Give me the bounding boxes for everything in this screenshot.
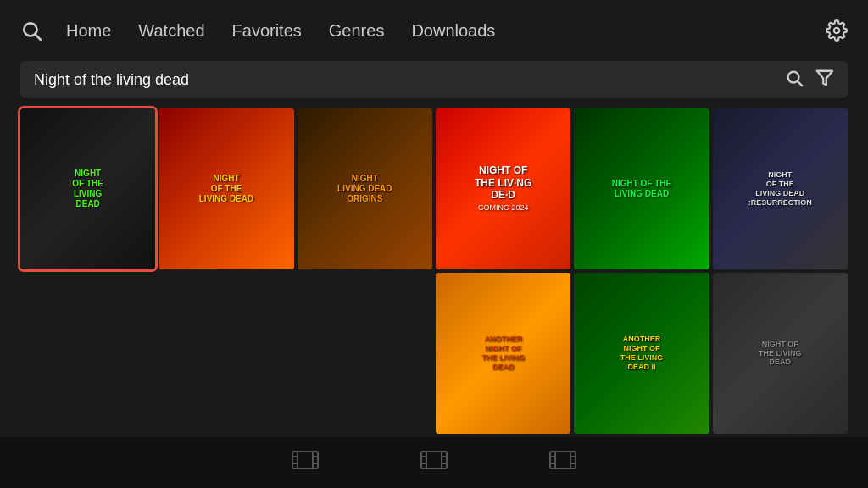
filter-icon[interactable] (815, 69, 834, 92)
movie-card-1[interactable]: NIGHTOF THELIVINGDEAD (20, 108, 155, 269)
poster-title-2: NIGHTOF THELIVING DEAD (196, 170, 257, 208)
nav-downloads[interactable]: Downloads (411, 21, 495, 41)
svg-rect-13 (421, 452, 447, 469)
film-icon-3[interactable] (549, 448, 576, 478)
nav-favorites[interactable]: Favorites (232, 21, 302, 41)
movie-card-5[interactable]: NIGHT OF THELIVING DEAD (574, 108, 709, 269)
bottom-bar (0, 437, 868, 488)
nav-links: Home Watched Favorites Genres Downloads (66, 21, 826, 41)
movie-card-empty-2 (159, 273, 293, 434)
movie-card-6[interactable]: NIGHTof theLIVING DEAD:RESURRECTION (713, 108, 848, 269)
film-icon-1[interactable] (292, 448, 319, 478)
search-bar (20, 61, 848, 98)
poster-title-4: NIGHT OFTHE LIV·NGDE·DCOMING 2024 (471, 161, 535, 217)
movie-card-7[interactable]: ANOTHERNIGHT OFTHE LIVINGDEAD (436, 273, 570, 434)
svg-line-4 (798, 81, 802, 86)
movie-card-4[interactable]: NIGHT OFTHE LIV·NGDE·DCOMING 2024 (436, 108, 570, 269)
svg-point-2 (834, 28, 840, 34)
search-submit-icon[interactable] (785, 69, 804, 92)
poster-title-7: ANOTHERNIGHT OFTHE LIVINGDEAD (478, 331, 528, 374)
svg-rect-20 (550, 452, 576, 469)
poster-title-9: NIGHT OFTHE LIVINGDEAD (755, 336, 805, 370)
search-bar-icons (785, 69, 834, 92)
movie-grid: NIGHTOF THELIVINGDEAD NIGHTOF THELIVING … (0, 108, 868, 434)
movie-card-3[interactable]: NightLiving DeadOrigins (298, 108, 432, 269)
top-navigation: Home Watched Favorites Genres Downloads (0, 0, 868, 61)
search-icon[interactable] (20, 19, 42, 42)
poster-title-6: NIGHTof theLIVING DEAD:RESURRECTION (745, 167, 815, 210)
movie-card-empty-3 (298, 273, 432, 434)
movie-card-9[interactable]: NIGHT OFTHE LIVINGDEAD (713, 273, 848, 434)
search-input[interactable] (34, 71, 785, 89)
poster-title-8: ANOTHERNIGHT OFTHE LIVINGDEAD II (617, 331, 667, 374)
nav-home[interactable]: Home (66, 21, 111, 41)
nav-watched[interactable]: Watched (138, 21, 204, 41)
poster-title-3: NightLiving DeadOrigins (334, 170, 395, 208)
movie-card-2[interactable]: NIGHTOF THELIVING DEAD (159, 108, 293, 269)
poster-title-5: NIGHT OF THELIVING DEAD (609, 175, 676, 202)
poster-title-1: NIGHTOF THELIVINGDEAD (69, 165, 107, 213)
svg-rect-6 (292, 452, 318, 469)
svg-marker-5 (817, 70, 832, 85)
nav-genres[interactable]: Genres (329, 21, 385, 41)
svg-line-1 (36, 35, 41, 40)
movie-card-empty-1 (20, 273, 155, 434)
gear-icon[interactable] (826, 19, 848, 42)
film-icon-2[interactable] (420, 448, 448, 478)
movie-card-8[interactable]: ANOTHERNIGHT OFTHE LIVINGDEAD II (574, 273, 709, 434)
